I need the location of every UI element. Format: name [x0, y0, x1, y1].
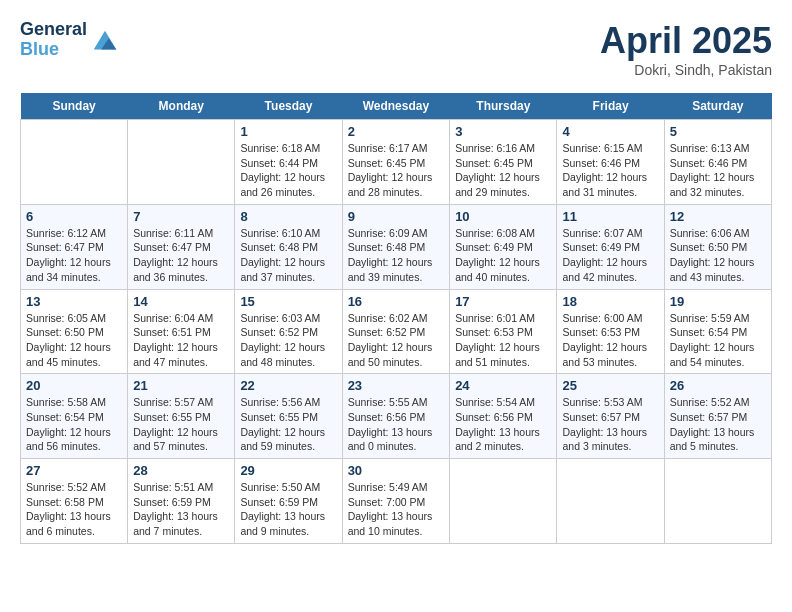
- day-info: Sunrise: 5:54 AM Sunset: 6:56 PM Dayligh…: [455, 395, 551, 454]
- logo-icon: [90, 25, 120, 55]
- day-info: Sunrise: 5:59 AM Sunset: 6:54 PM Dayligh…: [670, 311, 766, 370]
- day-info: Sunrise: 5:52 AM Sunset: 6:58 PM Dayligh…: [26, 480, 122, 539]
- calendar-cell: 29Sunrise: 5:50 AM Sunset: 6:59 PM Dayli…: [235, 459, 342, 544]
- day-number: 30: [348, 463, 445, 478]
- day-info: Sunrise: 6:04 AM Sunset: 6:51 PM Dayligh…: [133, 311, 229, 370]
- day-header-friday: Friday: [557, 93, 664, 120]
- day-header-sunday: Sunday: [21, 93, 128, 120]
- day-number: 15: [240, 294, 336, 309]
- calendar-cell: 4Sunrise: 6:15 AM Sunset: 6:46 PM Daylig…: [557, 120, 664, 205]
- day-header-wednesday: Wednesday: [342, 93, 450, 120]
- calendar-cell: 11Sunrise: 6:07 AM Sunset: 6:49 PM Dayli…: [557, 204, 664, 289]
- calendar-cell: [128, 120, 235, 205]
- page-header: GeneralBlue April 2025 Dokri, Sindh, Pak…: [20, 20, 772, 78]
- day-info: Sunrise: 6:02 AM Sunset: 6:52 PM Dayligh…: [348, 311, 445, 370]
- day-number: 3: [455, 124, 551, 139]
- day-number: 11: [562, 209, 658, 224]
- day-info: Sunrise: 5:56 AM Sunset: 6:55 PM Dayligh…: [240, 395, 336, 454]
- calendar-cell: 27Sunrise: 5:52 AM Sunset: 6:58 PM Dayli…: [21, 459, 128, 544]
- calendar-cell: 7Sunrise: 6:11 AM Sunset: 6:47 PM Daylig…: [128, 204, 235, 289]
- day-info: Sunrise: 6:12 AM Sunset: 6:47 PM Dayligh…: [26, 226, 122, 285]
- day-number: 9: [348, 209, 445, 224]
- day-number: 14: [133, 294, 229, 309]
- day-info: Sunrise: 5:58 AM Sunset: 6:54 PM Dayligh…: [26, 395, 122, 454]
- day-number: 17: [455, 294, 551, 309]
- week-row-3: 13Sunrise: 6:05 AM Sunset: 6:50 PM Dayli…: [21, 289, 772, 374]
- location: Dokri, Sindh, Pakistan: [600, 62, 772, 78]
- calendar-cell: 17Sunrise: 6:01 AM Sunset: 6:53 PM Dayli…: [450, 289, 557, 374]
- day-info: Sunrise: 5:53 AM Sunset: 6:57 PM Dayligh…: [562, 395, 658, 454]
- calendar-cell: 19Sunrise: 5:59 AM Sunset: 6:54 PM Dayli…: [664, 289, 771, 374]
- day-info: Sunrise: 6:06 AM Sunset: 6:50 PM Dayligh…: [670, 226, 766, 285]
- calendar-cell: 30Sunrise: 5:49 AM Sunset: 7:00 PM Dayli…: [342, 459, 450, 544]
- calendar-cell: 21Sunrise: 5:57 AM Sunset: 6:55 PM Dayli…: [128, 374, 235, 459]
- day-info: Sunrise: 5:51 AM Sunset: 6:59 PM Dayligh…: [133, 480, 229, 539]
- day-number: 20: [26, 378, 122, 393]
- day-number: 26: [670, 378, 766, 393]
- calendar-cell: [450, 459, 557, 544]
- day-number: 1: [240, 124, 336, 139]
- day-info: Sunrise: 6:11 AM Sunset: 6:47 PM Dayligh…: [133, 226, 229, 285]
- calendar-cell: 16Sunrise: 6:02 AM Sunset: 6:52 PM Dayli…: [342, 289, 450, 374]
- day-info: Sunrise: 5:49 AM Sunset: 7:00 PM Dayligh…: [348, 480, 445, 539]
- week-row-4: 20Sunrise: 5:58 AM Sunset: 6:54 PM Dayli…: [21, 374, 772, 459]
- calendar-cell: 14Sunrise: 6:04 AM Sunset: 6:51 PM Dayli…: [128, 289, 235, 374]
- calendar-cell: 3Sunrise: 6:16 AM Sunset: 6:45 PM Daylig…: [450, 120, 557, 205]
- day-info: Sunrise: 6:00 AM Sunset: 6:53 PM Dayligh…: [562, 311, 658, 370]
- day-number: 2: [348, 124, 445, 139]
- day-number: 10: [455, 209, 551, 224]
- day-info: Sunrise: 6:01 AM Sunset: 6:53 PM Dayligh…: [455, 311, 551, 370]
- day-info: Sunrise: 6:13 AM Sunset: 6:46 PM Dayligh…: [670, 141, 766, 200]
- month-title: April 2025: [600, 20, 772, 62]
- day-info: Sunrise: 6:09 AM Sunset: 6:48 PM Dayligh…: [348, 226, 445, 285]
- day-info: Sunrise: 6:16 AM Sunset: 6:45 PM Dayligh…: [455, 141, 551, 200]
- week-row-2: 6Sunrise: 6:12 AM Sunset: 6:47 PM Daylig…: [21, 204, 772, 289]
- day-number: 12: [670, 209, 766, 224]
- header-row: SundayMondayTuesdayWednesdayThursdayFrid…: [21, 93, 772, 120]
- day-number: 16: [348, 294, 445, 309]
- day-number: 23: [348, 378, 445, 393]
- calendar-cell: 23Sunrise: 5:55 AM Sunset: 6:56 PM Dayli…: [342, 374, 450, 459]
- day-number: 7: [133, 209, 229, 224]
- title-block: April 2025 Dokri, Sindh, Pakistan: [600, 20, 772, 78]
- day-info: Sunrise: 6:10 AM Sunset: 6:48 PM Dayligh…: [240, 226, 336, 285]
- calendar-cell: [557, 459, 664, 544]
- day-info: Sunrise: 6:17 AM Sunset: 6:45 PM Dayligh…: [348, 141, 445, 200]
- week-row-1: 1Sunrise: 6:18 AM Sunset: 6:44 PM Daylig…: [21, 120, 772, 205]
- day-number: 6: [26, 209, 122, 224]
- day-info: Sunrise: 6:18 AM Sunset: 6:44 PM Dayligh…: [240, 141, 336, 200]
- day-number: 25: [562, 378, 658, 393]
- calendar-cell: 9Sunrise: 6:09 AM Sunset: 6:48 PM Daylig…: [342, 204, 450, 289]
- logo: GeneralBlue: [20, 20, 120, 60]
- calendar-table: SundayMondayTuesdayWednesdayThursdayFrid…: [20, 93, 772, 544]
- calendar-cell: 6Sunrise: 6:12 AM Sunset: 6:47 PM Daylig…: [21, 204, 128, 289]
- calendar-cell: 28Sunrise: 5:51 AM Sunset: 6:59 PM Dayli…: [128, 459, 235, 544]
- calendar-cell: 2Sunrise: 6:17 AM Sunset: 6:45 PM Daylig…: [342, 120, 450, 205]
- day-number: 18: [562, 294, 658, 309]
- calendar-cell: 12Sunrise: 6:06 AM Sunset: 6:50 PM Dayli…: [664, 204, 771, 289]
- day-number: 13: [26, 294, 122, 309]
- day-info: Sunrise: 6:08 AM Sunset: 6:49 PM Dayligh…: [455, 226, 551, 285]
- day-number: 21: [133, 378, 229, 393]
- logo-text: GeneralBlue: [20, 20, 87, 60]
- week-row-5: 27Sunrise: 5:52 AM Sunset: 6:58 PM Dayli…: [21, 459, 772, 544]
- day-number: 27: [26, 463, 122, 478]
- day-info: Sunrise: 5:50 AM Sunset: 6:59 PM Dayligh…: [240, 480, 336, 539]
- calendar-cell: 18Sunrise: 6:00 AM Sunset: 6:53 PM Dayli…: [557, 289, 664, 374]
- calendar-cell: 13Sunrise: 6:05 AM Sunset: 6:50 PM Dayli…: [21, 289, 128, 374]
- calendar-cell: 1Sunrise: 6:18 AM Sunset: 6:44 PM Daylig…: [235, 120, 342, 205]
- day-number: 28: [133, 463, 229, 478]
- calendar-cell: 20Sunrise: 5:58 AM Sunset: 6:54 PM Dayli…: [21, 374, 128, 459]
- calendar-cell: 15Sunrise: 6:03 AM Sunset: 6:52 PM Dayli…: [235, 289, 342, 374]
- day-info: Sunrise: 6:03 AM Sunset: 6:52 PM Dayligh…: [240, 311, 336, 370]
- calendar-cell: 10Sunrise: 6:08 AM Sunset: 6:49 PM Dayli…: [450, 204, 557, 289]
- day-header-thursday: Thursday: [450, 93, 557, 120]
- day-info: Sunrise: 5:52 AM Sunset: 6:57 PM Dayligh…: [670, 395, 766, 454]
- day-info: Sunrise: 5:55 AM Sunset: 6:56 PM Dayligh…: [348, 395, 445, 454]
- day-number: 24: [455, 378, 551, 393]
- calendar-cell: 26Sunrise: 5:52 AM Sunset: 6:57 PM Dayli…: [664, 374, 771, 459]
- calendar-cell: 5Sunrise: 6:13 AM Sunset: 6:46 PM Daylig…: [664, 120, 771, 205]
- day-number: 22: [240, 378, 336, 393]
- day-number: 4: [562, 124, 658, 139]
- calendar-cell: [664, 459, 771, 544]
